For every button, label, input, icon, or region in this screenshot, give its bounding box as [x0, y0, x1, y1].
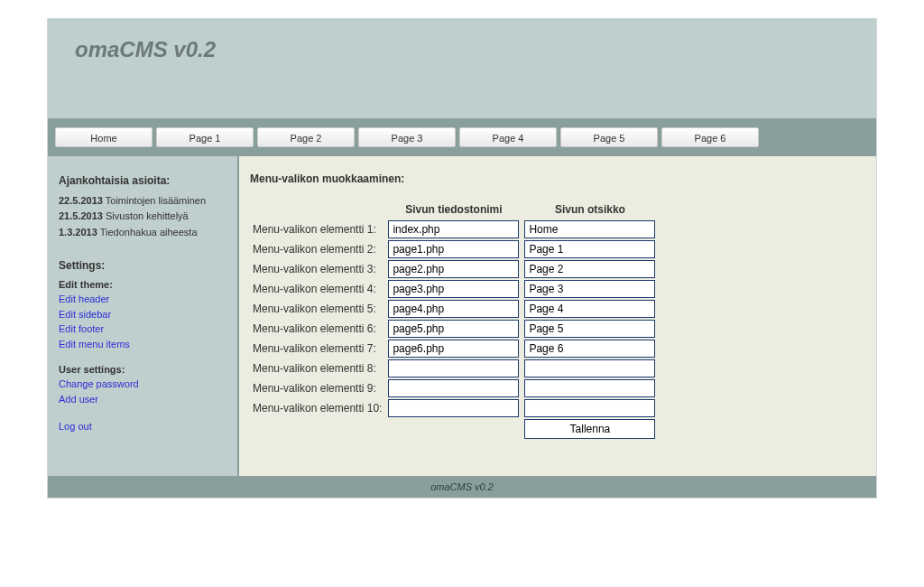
table-row: Menu-valikon elementti 6: [250, 319, 658, 339]
main-heading: Menu-valikon muokkaaminen: [250, 172, 865, 185]
sidebar: Ajankohtaisia asioita: 22.5.2013 Toimint… [48, 156, 237, 476]
app-title: omaCMS v0.2 [75, 37, 849, 62]
edit-link-0[interactable]: Edit header [59, 292, 228, 307]
news-date: 22.5.2013 [59, 195, 103, 206]
nav-item-5[interactable]: Page 5 [560, 127, 658, 147]
title-input-7[interactable] [524, 340, 655, 358]
header: omaCMS v0.2 [48, 19, 876, 118]
title-input-1[interactable] [524, 220, 655, 238]
table-row: Menu-valikon elementti 7: [250, 339, 658, 359]
news-date: 21.5.2013 [59, 210, 103, 221]
table-row: Menu-valikon elementti 10: [250, 398, 658, 418]
row-label: Menu-valikon elementti 8: [250, 359, 385, 378]
file-input-2[interactable] [388, 240, 519, 258]
file-input-1[interactable] [388, 220, 519, 238]
menu-edit-table: Sivun tiedostonimi Sivun otsikko Menu-va… [250, 200, 658, 440]
row-label: Menu-valikon elementti 1: [250, 219, 385, 239]
footer-text: omaCMS v0.2 [430, 481, 494, 492]
table-row: Menu-valikon elementti 2: [250, 239, 658, 259]
title-input-5[interactable] [524, 300, 655, 318]
row-label: Menu-valikon elementti 5: [250, 299, 385, 319]
table-row: Menu-valikon elementti 8: [250, 359, 658, 378]
file-input-9[interactable] [388, 379, 519, 397]
title-input-4[interactable] [524, 280, 655, 298]
save-row: Tallenna [250, 418, 658, 440]
body: Ajankohtaisia asioita: 22.5.2013 Toimint… [48, 156, 876, 476]
logout-link[interactable]: Log out [59, 419, 228, 434]
edit-link-2[interactable]: Edit footer [59, 321, 228, 337]
navbar: HomePage 1Page 2Page 3Page 4Page 5Page 6 [48, 118, 876, 156]
edit-link-3[interactable]: Edit menu items [59, 337, 228, 352]
news-item: 22.5.2013 Toimintojen lisääminen [59, 194, 228, 208]
sidebar-news: Ajankohtaisia asioita: 22.5.2013 Toimint… [59, 174, 228, 239]
edit-link-1[interactable]: Edit sidebar [59, 307, 228, 322]
file-input-8[interactable] [388, 359, 519, 377]
row-label: Menu-valikon elementti 9: [250, 378, 385, 398]
title-input-8[interactable] [524, 359, 655, 377]
news-date: 1.3.2013 [59, 227, 97, 238]
edit-theme-heading: Edit theme: [59, 279, 228, 290]
nav-item-4[interactable]: Page 4 [459, 127, 557, 147]
save-button[interactable]: Tallenna [524, 419, 655, 439]
nav-item-0[interactable]: Home [55, 127, 152, 147]
user-settings-heading: User settings: [59, 364, 228, 375]
sidebar-settings: Settings: Edit theme: Edit headerEdit si… [59, 259, 228, 434]
title-input-3[interactable] [524, 260, 655, 278]
row-label: Menu-valikon elementti 6: [250, 319, 385, 339]
file-input-7[interactable] [388, 340, 519, 358]
table-row: Menu-valikon elementti 3: [250, 259, 658, 279]
row-label: Menu-valikon elementti 3: [250, 259, 385, 279]
file-input-4[interactable] [388, 280, 519, 298]
file-input-5[interactable] [388, 300, 519, 318]
row-label: Menu-valikon elementti 10: [250, 398, 385, 418]
file-input-6[interactable] [388, 320, 519, 338]
col-title-header: Sivun otsikko [522, 200, 658, 219]
footer: omaCMS v0.2 [48, 476, 876, 498]
user-link-1[interactable]: Add user [59, 392, 228, 407]
row-label: Menu-valikon elementti 2: [250, 239, 385, 259]
table-row: Menu-valikon elementti 1: [250, 219, 658, 239]
row-label: Menu-valikon elementti 7: [250, 339, 385, 359]
title-input-6[interactable] [524, 320, 655, 338]
nav-item-3[interactable]: Page 3 [358, 127, 456, 147]
nav-item-6[interactable]: Page 6 [661, 127, 759, 147]
col-file-header: Sivun tiedostonimi [385, 200, 522, 219]
nav-item-2[interactable]: Page 2 [257, 127, 355, 147]
row-label: Menu-valikon elementti 4: [250, 279, 385, 299]
file-input-3[interactable] [388, 260, 519, 278]
news-item: 21.5.2013 Sivuston kehittelyä [59, 210, 228, 223]
table-row: Menu-valikon elementti 9: [250, 378, 658, 398]
news-item: 1.3.2013 Tiedonhakua aiheesta [59, 226, 228, 239]
file-input-10[interactable] [388, 399, 519, 417]
nav-item-1[interactable]: Page 1 [156, 127, 254, 147]
title-input-2[interactable] [524, 240, 655, 258]
table-row: Menu-valikon elementti 4: [250, 279, 658, 299]
news-heading: Ajankohtaisia asioita: [59, 174, 228, 187]
settings-heading: Settings: [59, 259, 228, 272]
user-link-0[interactable]: Change password [59, 377, 228, 392]
app-window: omaCMS v0.2 HomePage 1Page 2Page 3Page 4… [47, 18, 877, 498]
title-input-9[interactable] [524, 379, 655, 397]
title-input-10[interactable] [524, 399, 655, 417]
table-row: Menu-valikon elementti 5: [250, 299, 658, 319]
main-content: Menu-valikon muokkaaminen: Sivun tiedost… [237, 156, 876, 476]
